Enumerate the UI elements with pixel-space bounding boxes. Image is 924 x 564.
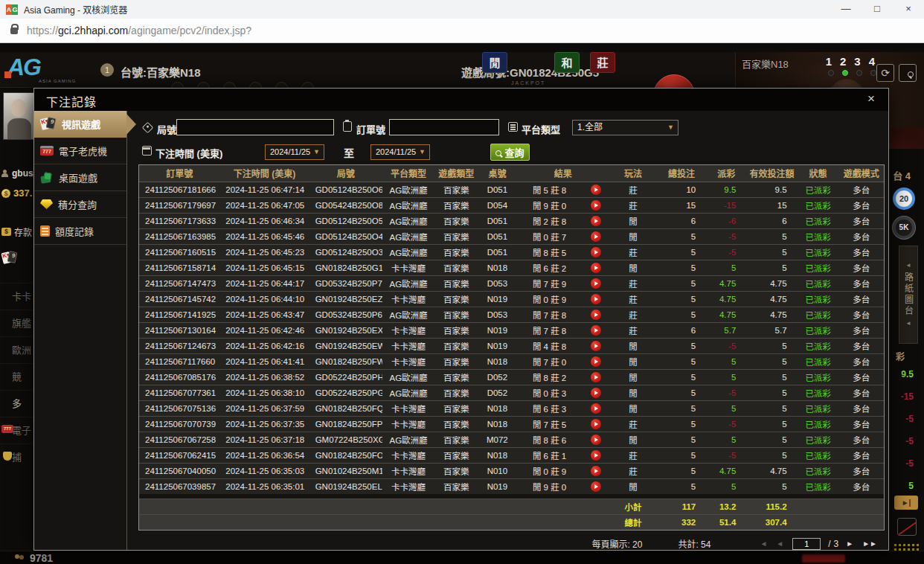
roadmap-tab[interactable]: ◄ 路紙圖台 ◄ — [899, 246, 918, 344]
magnifier-icon[interactable] — [899, 64, 917, 82]
cell-total-bet: 5 — [657, 338, 706, 353]
prev-page-icon[interactable]: ◄ — [776, 539, 783, 548]
maximize-button[interactable]: □ — [862, 0, 893, 19]
minimize-button[interactable]: — — [830, 0, 862, 19]
replay-icon[interactable] — [591, 200, 601, 211]
chip-20[interactable]: 20 — [893, 188, 915, 210]
record-total-label: 共計: 54 — [678, 537, 710, 550]
replay-icon[interactable] — [591, 435, 601, 445]
round-number-input[interactable] — [176, 119, 334, 135]
column-header: 狀態 — [798, 165, 839, 182]
cell-bet-on: 閒 — [609, 478, 657, 494]
camera-number[interactable]: 4 — [869, 55, 875, 68]
cell-bet-on: 閒 — [609, 400, 657, 416]
cell-valid-bet: 5.7 — [746, 322, 797, 338]
next-page-icon[interactable]: ► — [846, 539, 853, 548]
replay-icon[interactable] — [591, 294, 601, 304]
camera-number[interactable]: 3 — [854, 55, 860, 68]
column-header: 遊戲模式 — [839, 165, 884, 182]
close-icon[interactable]: × — [863, 92, 879, 106]
replay-icon[interactable] — [591, 263, 601, 273]
bet-time-label: 下注時間 (美東) — [155, 146, 222, 160]
order-number-input[interactable] — [389, 119, 499, 135]
address-bar[interactable]: https://gci.2hhapi.com/agingame/pcv2/ind… — [0, 19, 924, 43]
cell-status: 已派彩 — [798, 213, 839, 228]
cell-game-mode: 多台 — [839, 213, 884, 228]
jackpot-label: JACKPOT — [511, 80, 545, 86]
subtotal-row: 小計 117 13.2 115.2 — [139, 499, 884, 514]
replay-icon[interactable] — [591, 403, 601, 414]
refresh-icon[interactable]: ⟳ — [876, 64, 894, 82]
column-header: 玩法 — [609, 165, 657, 182]
cell-game-mode: 多台 — [839, 228, 884, 244]
replay-icon[interactable] — [591, 231, 601, 242]
table-row: 241125067145742 2024-11-25 06:44:10 GN01… — [139, 291, 884, 307]
cell-round-number: GN01924B250EW — [309, 338, 382, 353]
cell-round-number: GN01824B250FW — [309, 353, 382, 369]
favicon-g: G — [12, 4, 18, 15]
replay-icon[interactable] — [591, 481, 601, 492]
cell-bet-on: 莊 — [609, 197, 657, 213]
platform-type-select[interactable]: 1.全部 ▼ — [572, 120, 678, 135]
cell-total-bet: 5 — [657, 307, 706, 322]
replay-icon[interactable] — [591, 310, 601, 320]
tab-video-games[interactable]: K♥9 視訊遊戲 — [34, 111, 126, 138]
cell-round-number: GN01924B250EX — [309, 322, 382, 338]
tab-credit-records[interactable]: 額度記錄 — [34, 218, 126, 245]
cell-result: 閒 7 莊 5 — [516, 416, 582, 432]
replay-icon[interactable] — [591, 341, 601, 351]
tab-slot-machines[interactable]: 777 電子老虎機 — [34, 138, 126, 164]
chevron-left-icon: ◄ — [905, 262, 911, 269]
replay-icon[interactable] — [591, 466, 601, 476]
cell-platform: 卡卡灣廳 — [382, 463, 434, 478]
last-page-icon[interactable]: ►► — [862, 539, 877, 548]
window-close-button[interactable]: × — [893, 0, 924, 19]
replay-icon[interactable] — [591, 325, 601, 336]
replay-icon[interactable] — [591, 216, 601, 226]
date-from-select[interactable]: 2024/11/25 ▼ — [265, 144, 324, 160]
column-header: 派彩 — [706, 165, 746, 182]
cards-icon: K♥9 — [40, 116, 57, 132]
cell-round-number: GN01824B250FO — [309, 447, 382, 463]
replay-icon[interactable] — [591, 372, 601, 382]
search-button[interactable]: 查詢 — [490, 144, 530, 161]
replay-icon[interactable] — [591, 356, 601, 367]
replay-icon[interactable] — [591, 185, 601, 195]
chip-5k[interactable]: 5K — [893, 217, 915, 239]
replay-icon[interactable] — [591, 278, 601, 289]
cell-valid-bet: 5 — [746, 385, 797, 400]
tab-table-games[interactable]: 桌面遊戲 — [34, 164, 126, 191]
replay-icon[interactable] — [591, 450, 601, 461]
cell-status: 已派彩 — [798, 197, 839, 213]
replay-icon[interactable] — [591, 388, 601, 398]
cell-game-type: 百家樂 — [434, 385, 478, 400]
cell-bet-on: 莊 — [609, 182, 657, 197]
cell-table-number: D051 — [478, 244, 516, 260]
tab-points-query[interactable]: 積分查詢 — [34, 191, 126, 218]
skip-forward-button[interactable]: ►| — [894, 496, 918, 510]
cell-result: 閒 7 莊 8 — [516, 322, 582, 338]
replay-icon[interactable] — [591, 247, 601, 257]
replay-icon[interactable] — [591, 419, 601, 429]
cell-game-type: 百家樂 — [434, 353, 478, 369]
date-to-select[interactable]: 2024/11/25 ▼ — [370, 144, 430, 160]
cell-valid-bet: 4.75 — [746, 291, 797, 307]
cell-table-number: N019 — [478, 478, 516, 494]
background-payout-list: 9.5-15-5-5-55 — [891, 363, 914, 497]
chevron-left-icon: ◄ — [905, 320, 911, 327]
cell-order-id: 241125067181666 — [139, 182, 219, 197]
cell-payout: -15 — [706, 197, 746, 213]
cell-result: 閒 8 莊 2 — [516, 369, 582, 385]
cell-bet-on: 閒 — [609, 432, 657, 447]
camera-number[interactable]: 1 — [826, 55, 832, 68]
first-page-icon[interactable]: ◄ — [760, 539, 767, 548]
cell-game-type: 百家樂 — [434, 291, 478, 307]
cell-total-bet: 5 — [657, 291, 706, 307]
page-number-input[interactable] — [792, 538, 821, 550]
cell-replay — [583, 275, 609, 291]
cell-table-number: N018 — [478, 353, 516, 369]
ag-logo-subtext: ASIA GAMING — [39, 79, 76, 83]
cell-bet-on: 閒 — [609, 338, 657, 353]
camera-number[interactable]: 2 — [840, 55, 846, 68]
cell-platform: AG歐洲廳 — [382, 244, 434, 260]
